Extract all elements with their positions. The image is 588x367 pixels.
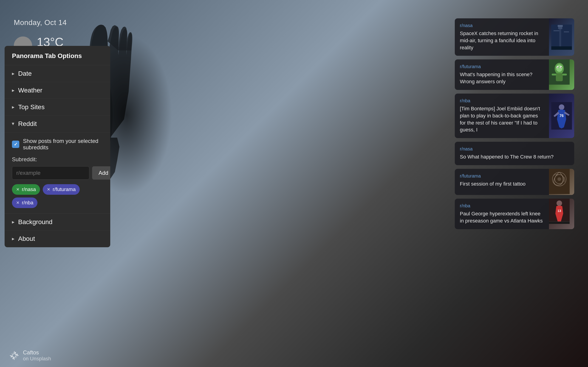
tag-futurama-label: r/futurama	[52, 186, 76, 192]
svg-point-30	[12, 354, 16, 357]
section-top-sites-label: Top Sites	[18, 103, 44, 111]
svg-rect-4	[558, 25, 563, 27]
card-content: r/futurama First session of my first tat…	[455, 169, 549, 195]
svg-text:76: 76	[560, 114, 564, 118]
photographer-info: Caftos on Unsplash	[9, 349, 51, 362]
reddit-feed: r/nasa SpaceX catches returning rocket i…	[455, 18, 574, 229]
add-subreddit-button[interactable]: Add	[92, 166, 110, 180]
photographer-source: on Unsplash	[23, 356, 51, 362]
panel-title: Panorama Tab Options	[5, 46, 110, 65]
card-subreddit: r/nasa	[460, 146, 569, 152]
svg-rect-5	[553, 30, 559, 31]
photographer-details: Caftos on Unsplash	[23, 349, 51, 362]
section-background-label: Background	[18, 218, 52, 226]
feed-card[interactable]: r/futurama What's happening in this scen…	[455, 59, 574, 90]
card-title: So What happened to The Crew 8 return?	[460, 153, 569, 161]
card-subreddit: r/futurama	[460, 173, 544, 179]
remove-futurama-button[interactable]: ✕	[47, 187, 50, 192]
subreddit-field-label: Subreddit:	[12, 156, 103, 163]
svg-rect-16	[552, 74, 556, 75]
card-content: r/nba Paul George hyperextends left knee…	[455, 199, 549, 229]
chevron-down-icon: ▸	[10, 123, 16, 125]
tag-nasa[interactable]: ✕ r/nasa	[12, 184, 40, 195]
section-top-sites[interactable]: ▸ Top Sites	[5, 99, 110, 116]
svg-rect-21	[549, 169, 570, 194]
settings-icon[interactable]	[9, 350, 19, 361]
chevron-right-icon: ▸	[12, 104, 15, 110]
card-subreddit: r/nasa	[460, 23, 544, 28]
svg-rect-2	[559, 27, 561, 48]
tag-nasa-label: r/nasa	[22, 186, 36, 192]
card-content: r/nasa So What happened to The Crew 8 re…	[455, 142, 574, 165]
card-content: r/nasa SpaceX catches returning rocket i…	[455, 18, 549, 56]
tag-nba-label: r/nba	[22, 200, 33, 206]
feed-card[interactable]: r/nba Paul George hyperextends left knee…	[455, 199, 574, 229]
subreddit-tags: ✕ r/nasa ✕ r/futurama ✕ r/nba	[12, 184, 103, 208]
section-weather[interactable]: ▸ Weather	[5, 82, 110, 99]
card-title: Paul George hyperextends left knee in pr…	[460, 210, 544, 225]
show-posts-label: Show posts from your selected subreddits	[23, 138, 103, 151]
svg-point-26	[556, 200, 562, 206]
svg-point-13	[557, 67, 558, 68]
svg-rect-6	[564, 31, 569, 32]
tag-nba[interactable]: ✕ r/nba	[12, 198, 37, 208]
feed-card[interactable]: r/nasa SpaceX catches returning rocket i…	[455, 18, 574, 56]
card-subreddit: r/nba	[460, 203, 544, 209]
card-subreddit: r/futurama	[460, 64, 544, 69]
remove-nba-button[interactable]: ✕	[16, 200, 19, 205]
show-posts-row: Show posts from your selected subreddits	[12, 138, 103, 151]
feed-card[interactable]: r/nba [Tim Bontemps] Joel Embiid doesn't…	[455, 94, 574, 138]
date-display: Monday, Oct 14	[14, 18, 67, 27]
section-date-label: Date	[18, 70, 32, 77]
settings-panel: Panorama Tab Options ▸ Date ▸ Weather ▸ …	[5, 46, 110, 247]
chevron-right-icon: ▸	[12, 219, 15, 225]
card-subreddit: r/nba	[460, 98, 544, 103]
section-date[interactable]: ▸ Date	[5, 65, 110, 82]
card-image	[549, 169, 574, 195]
svg-point-14	[561, 67, 562, 68]
section-about-label: About	[18, 235, 35, 242]
svg-rect-17	[562, 74, 567, 75]
chevron-right-icon: ▸	[12, 87, 15, 93]
svg-rect-15	[556, 73, 563, 81]
card-image	[549, 59, 574, 90]
remove-nasa-button[interactable]: ✕	[16, 187, 19, 192]
subreddit-input-row: Add	[12, 166, 103, 180]
photographer-name: Caftos	[23, 349, 51, 356]
section-background[interactable]: ▸ Background	[5, 214, 110, 231]
card-title: SpaceX catches returning rocket in mid-a…	[460, 30, 544, 51]
section-about[interactable]: ▸ About	[5, 231, 110, 247]
reddit-header[interactable]: ▸ Reddit	[5, 116, 110, 132]
section-reddit: ▸ Reddit Show posts from your selected s…	[5, 116, 110, 214]
card-title: First session of my first tattoo	[460, 181, 544, 188]
reddit-content: Show posts from your selected subreddits…	[5, 132, 110, 214]
bottom-bar: Caftos on Unsplash	[0, 344, 588, 367]
section-weather-label: Weather	[18, 87, 42, 94]
tag-futurama[interactable]: ✕ r/futurama	[43, 184, 80, 195]
card-image	[549, 18, 574, 56]
svg-point-10	[556, 65, 562, 72]
chevron-right-icon: ▸	[12, 71, 15, 77]
feed-card[interactable]: r/futurama First session of my first tat…	[455, 169, 574, 195]
svg-point-19	[559, 104, 564, 110]
svg-text:13: 13	[557, 209, 561, 213]
chevron-right-icon: ▸	[12, 236, 15, 242]
feed-card[interactable]: r/nasa So What happened to The Crew 8 re…	[455, 142, 574, 165]
card-content: r/futurama What's happening in this scen…	[455, 59, 549, 90]
card-title: [Tim Bontemps] Joel Embiid doesn't plan …	[460, 105, 544, 133]
svg-rect-28	[549, 222, 570, 224]
svg-point-24	[557, 177, 561, 181]
card-image: 76	[549, 94, 574, 138]
card-content: r/nba [Tim Bontemps] Joel Embiid doesn't…	[455, 94, 549, 138]
card-title: What's happening in this scene? Wrong an…	[460, 71, 544, 85]
show-posts-checkbox[interactable]	[12, 141, 19, 148]
svg-rect-7	[551, 46, 572, 50]
section-reddit-label: Reddit	[18, 120, 37, 127]
subreddit-input[interactable]	[12, 166, 89, 180]
card-image: 13	[549, 199, 574, 229]
